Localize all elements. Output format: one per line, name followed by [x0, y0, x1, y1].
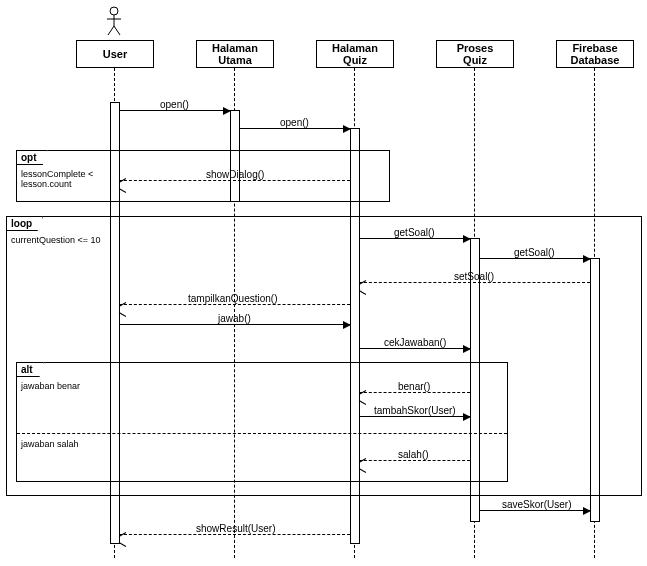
message-label: getSoal()	[394, 227, 435, 238]
message-label: tambahSkor(User)	[374, 405, 456, 416]
message-label: saveSkor(User)	[502, 499, 571, 510]
participant-label: Proses Quiz	[437, 42, 513, 66]
fragment-alt: alt jawaban benar jawaban salah	[16, 362, 508, 482]
fragment-guard: lessonComplete < lesson.count	[21, 169, 93, 189]
participant-label: Halaman Quiz	[317, 42, 393, 66]
actor-icon	[104, 6, 124, 36]
participant-halaman-quiz: Halaman Quiz	[316, 40, 394, 68]
message-label: cekJawaban()	[384, 337, 446, 348]
message-label: setSoal()	[454, 271, 494, 282]
participant-firebase: Firebase Database	[556, 40, 634, 68]
message-arrow	[359, 238, 470, 239]
message-label: jawab()	[218, 313, 251, 324]
message-arrow	[359, 282, 590, 283]
message-label: benar()	[398, 381, 430, 392]
message-arrow	[359, 460, 470, 461]
message-arrow	[119, 324, 350, 325]
fragment-tag: loop	[6, 216, 43, 231]
message-label: open()	[280, 117, 309, 128]
svg-line-4	[114, 26, 120, 35]
message-arrow	[119, 110, 230, 111]
message-arrow	[359, 392, 470, 393]
participant-label: User	[77, 48, 153, 60]
message-label: salah()	[398, 449, 429, 460]
participant-user: User	[76, 40, 154, 68]
svg-point-0	[110, 7, 118, 15]
svg-line-3	[108, 26, 114, 35]
message-label: showResult(User)	[196, 523, 275, 534]
message-label: tampilkanQuestion()	[188, 293, 277, 304]
fragment-tag: alt	[16, 362, 44, 377]
message-label: open()	[160, 99, 189, 110]
participant-label: Firebase Database	[557, 42, 633, 66]
message-arrow	[239, 128, 350, 129]
fragment-tag: opt	[16, 150, 48, 165]
message-arrow	[359, 348, 470, 349]
message-arrow	[119, 180, 350, 181]
sequence-diagram: User Halaman Utama Halaman Quiz Proses Q…	[0, 0, 647, 566]
message-arrow	[119, 534, 350, 535]
message-arrow	[479, 510, 590, 511]
participant-proses-quiz: Proses Quiz	[436, 40, 514, 68]
message-arrow	[479, 258, 590, 259]
participant-label: Halaman Utama	[197, 42, 273, 66]
fragment-guard: currentQuestion <= 10	[11, 235, 101, 245]
fragment-guard: jawaban salah	[21, 439, 79, 449]
message-label: getSoal()	[514, 247, 555, 258]
message-arrow	[119, 304, 350, 305]
message-label: showDialog()	[206, 169, 264, 180]
fragment-guard: jawaban benar	[21, 381, 80, 391]
fragment-separator	[17, 433, 507, 434]
participant-halaman-utama: Halaman Utama	[196, 40, 274, 68]
message-arrow	[359, 416, 470, 417]
fragment-opt: opt lessonComplete < lesson.count	[16, 150, 390, 202]
